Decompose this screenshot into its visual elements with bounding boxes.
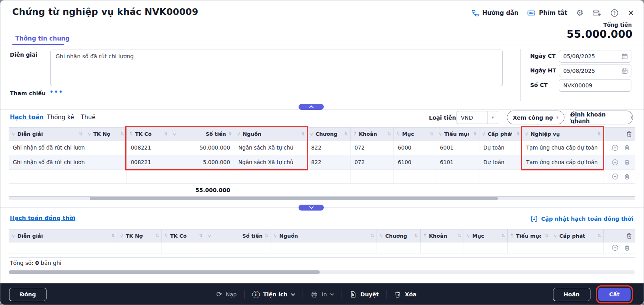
cell-tk-no[interactable] [85,140,127,155]
col-header-cap-phat[interactable]: Cấp phát⇅ [479,128,522,140]
add-row-icon[interactable] [612,159,618,166]
col-header-so-tien[interactable]: Số tiền⇅ [205,229,271,242]
col-header-tk-co[interactable]: TK Có⇅ [162,229,205,242]
print-button[interactable]: In [311,291,334,298]
calendar-icon[interactable] [621,53,628,60]
col-header-cap-phat[interactable]: Cấp phát⇅ [551,229,604,242]
col-header-tk-no[interactable]: TK Nợ⇅ [85,128,127,140]
shortcuts-button[interactable]: Phím tắt [527,9,567,17]
simultaneous-accounting-link[interactable]: Hạch toán đồng thời [10,215,75,221]
col-header-chuong[interactable]: Chương⇅ [377,229,421,242]
col-header-tk-co[interactable]: TK Có⇅ [127,128,170,140]
date-ht-input[interactable] [559,65,631,77]
cell-empty[interactable] [117,242,162,253]
cell-empty[interactable] [85,170,127,184]
pin-icon[interactable] [164,233,168,238]
cell-empty[interactable] [170,170,234,184]
cell-khoan[interactable]: 072 [351,155,394,170]
close-button[interactable]: Đóng [9,288,46,301]
delete-button[interactable]: Xóa [394,291,417,298]
cell-cap-phat[interactable]: Dự toán [479,155,522,170]
add-row-icon[interactable] [612,173,618,180]
pin-icon[interactable] [353,131,357,136]
cell-tieu-muc[interactable]: 6001 [436,140,479,155]
approve-button[interactable]: Duyệt [350,291,379,298]
col-header-dien-giai[interactable]: Diễn giải⇅ [9,229,117,242]
guide-button[interactable]: Hướng dẫn [471,9,519,17]
cell-nghiep-vu[interactable]: Tạm ứng chưa cấp dự toán [522,155,603,170]
pin-icon[interactable] [310,131,314,136]
tab-hach-toan[interactable]: Hạch toán [10,114,44,121]
pin-icon[interactable] [87,131,91,136]
pin-icon[interactable] [129,131,133,136]
pin-icon[interactable] [237,131,241,136]
cell-tk-co[interactable]: 008221 [127,155,170,170]
cell-chuong[interactable]: 822 [307,155,351,170]
calendar-icon[interactable] [621,67,628,74]
col-header-nguon[interactable]: Nguồn⇅ [234,128,307,140]
pin-icon[interactable] [525,131,529,136]
pin-icon[interactable] [120,233,124,238]
update-simultaneous-button[interactable]: Cập nhật hạch toán đồng thời [531,215,633,222]
pin-icon[interactable] [379,233,383,238]
add-row-icon[interactable] [612,244,618,251]
cell-empty[interactable] [464,242,508,253]
col-header-dien-giai[interactable]: Diễn giải⇅ [9,128,85,140]
cell-muc[interactable]: 6000 [394,140,436,155]
pin-icon[interactable] [423,233,427,238]
pin-icon[interactable] [173,131,176,136]
help-icon[interactable]: ? [610,9,619,17]
send-mail-icon[interactable] [592,9,601,17]
scrollbar-thumb[interactable] [9,270,320,274]
cell-empty[interactable] [551,242,604,253]
pin-icon[interactable] [11,233,15,238]
cell-empty[interactable] [522,170,603,184]
tab-thue[interactable]: Thuế [81,114,95,121]
pin-icon[interactable] [553,233,557,238]
pin-icon[interactable] [482,131,486,136]
cell-nghiep-vu[interactable]: Tạm ứng chưa cấp dự toán [522,140,603,155]
clear-all-rows-icon[interactable] [626,233,633,239]
scrollbar-thumb[interactable] [90,197,498,200]
reference-more-button[interactable]: ••• [50,89,63,96]
cell-empty[interactable] [9,242,117,253]
cell-nguon[interactable]: Ngân sách Xã tự chủ [234,140,307,155]
cell-khoan[interactable]: 072 [351,140,394,155]
col-header-khoan[interactable]: Khoản⇅ [421,229,464,242]
col-header-so-tien[interactable]: Số tiền⇅ [170,128,234,140]
pin-icon[interactable] [208,233,212,238]
view-debt-button[interactable]: Xem công nợ ▾ [507,111,564,124]
cell-empty[interactable] [205,242,271,253]
utilities-button[interactable]: ⋮ Tiện ích [252,291,295,298]
cell-empty[interactable] [307,170,351,184]
cell-empty[interactable] [162,242,205,253]
cell-dien-giai[interactable]: Ghi nhận số đã rút chi lương [9,155,85,170]
cell-so-tien[interactable]: 50.000.000 [170,140,234,155]
cell-muc[interactable]: 6100 [394,155,436,170]
delete-row-icon[interactable] [624,159,630,165]
close-icon[interactable]: ✕ [627,8,634,18]
pin-icon[interactable] [273,233,277,238]
postpone-button[interactable]: Hoãn [553,288,590,301]
cell-empty[interactable] [508,242,551,253]
col-header-tk-no[interactable]: TK Nợ⇅ [117,229,162,242]
currency-select[interactable]: VND ▾ [457,111,498,124]
cell-dien-giai[interactable]: Ghi nhận số đã rút chi lương [9,140,85,155]
pin-icon[interactable] [11,131,15,136]
delete-row-icon[interactable] [624,174,630,180]
reload-button[interactable]: ⟳ Nạp [216,291,237,298]
cell-empty[interactable] [234,170,307,184]
col-header-muc[interactable]: Mục⇅ [394,128,436,140]
cell-empty[interactable] [127,170,170,184]
col-header-actions[interactable] [603,128,635,140]
collapse-up-button[interactable] [299,104,324,110]
add-row-icon[interactable] [612,144,618,151]
cell-cap-phat[interactable]: Dự toán [479,140,522,155]
cell-nguon[interactable]: Ngân sách Xã tự chủ [234,155,307,170]
cell-so-tien[interactable]: 5.000.000 [170,155,234,170]
description-input[interactable]: Ghi nhận số đã rút chi lương [50,50,503,86]
delete-row-icon[interactable] [624,144,630,151]
pin-icon[interactable] [510,233,514,238]
collapse-down-button[interactable] [299,205,324,211]
doc-no-input[interactable] [559,79,631,92]
